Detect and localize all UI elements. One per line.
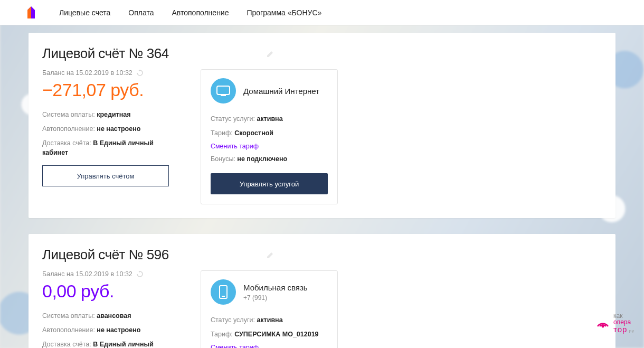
nav-accounts[interactable]: Лицевые счета [59,8,110,17]
svg-point-4 [602,325,604,327]
delivery-label: Доставка счёта: [42,341,91,348]
internet-icon [211,78,236,104]
autopay-value: не настроено [97,125,140,133]
refresh-icon[interactable] [137,271,143,277]
account-title: Лицевой счёт № 596 [42,247,169,263]
nav-payment[interactable]: Оплата [128,8,154,17]
payment-system-value: авансовая [97,312,131,319]
service-status-value: активна [257,316,282,324]
balance-amount: −271,07 руб. [42,80,179,100]
svg-rect-3 [222,296,225,297]
watermark: как опера тор.ру [595,313,634,333]
service-name: Мобильная связь [243,283,308,292]
svg-rect-1 [221,95,226,96]
tariff-value: Скоростной [234,129,273,137]
service-status-label: Статус услуги: [211,115,255,123]
bonus-label: Бонусы: [211,155,235,163]
service-phone: +7 (991) [243,294,308,302]
nav-autopay[interactable]: Автопополнение [172,8,229,17]
balance-amount: 0,00 руб. [42,281,179,302]
balance-timestamp: Баланс на 15.02.2019 в 10:32 [42,270,132,278]
service-status-label: Статус услуги: [211,316,255,324]
manage-account-button[interactable]: Управлять счётом [42,165,169,186]
change-tariff-link[interactable]: Сменить тариф [211,344,328,348]
account-card: Лицевой счёт № 596 Баланс на 15.02.2019 … [29,234,615,348]
manage-service-button[interactable]: Управлять услугой [211,173,328,194]
nav-bonus[interactable]: Программа «БОНУС» [247,8,321,17]
logo-icon [26,6,36,20]
watermark-text: как опера тор.ру [613,313,634,333]
top-navigation: Лицевые счета Оплата Автопополнение Прог… [0,0,644,25]
tariff-label: Тариф: [211,331,233,338]
account-card: Лицевой счёт № 364 Баланс на 15.02.2019 … [29,33,615,218]
bonus-value: не подключено [237,155,287,163]
payment-system-label: Система оплаты: [42,111,95,118]
edit-icon[interactable] [266,251,274,259]
svg-rect-0 [217,86,230,95]
account-title: Лицевой счёт № 364 [42,45,169,62]
tariff-value: СУПЕРСИМКА МО_012019 [234,331,318,338]
service-card: Домашний Интернет Статус услуги: активна… [201,69,338,204]
payment-system-label: Система оплаты: [42,312,95,319]
account-summary: Баланс на 15.02.2019 в 10:32 0,00 руб. С… [42,270,179,348]
autopay-value: не настроено [97,326,140,334]
change-tariff-link[interactable]: Сменить тариф [211,143,328,150]
refresh-icon[interactable] [137,70,143,76]
content-area: Лицевой счёт № 364 Баланс на 15.02.2019 … [0,25,644,348]
autopay-label: Автопополнение: [42,326,95,334]
delivery-label: Доставка счёта: [42,139,91,147]
service-name: Домашний Интернет [243,87,319,96]
watermark-icon [595,316,610,331]
tariff-label: Тариф: [211,129,233,137]
service-card: Мобильная связь +7 (991) Статус услуги: … [201,270,338,348]
mobile-icon [211,279,236,305]
payment-system-value: кредитная [97,111,130,118]
account-summary: Баланс на 15.02.2019 в 10:32 −271,07 руб… [42,69,179,186]
balance-timestamp: Баланс на 15.02.2019 в 10:32 [42,69,132,77]
autopay-label: Автопополнение: [42,125,95,133]
service-status-value: активна [257,115,282,123]
edit-icon[interactable] [266,50,274,58]
